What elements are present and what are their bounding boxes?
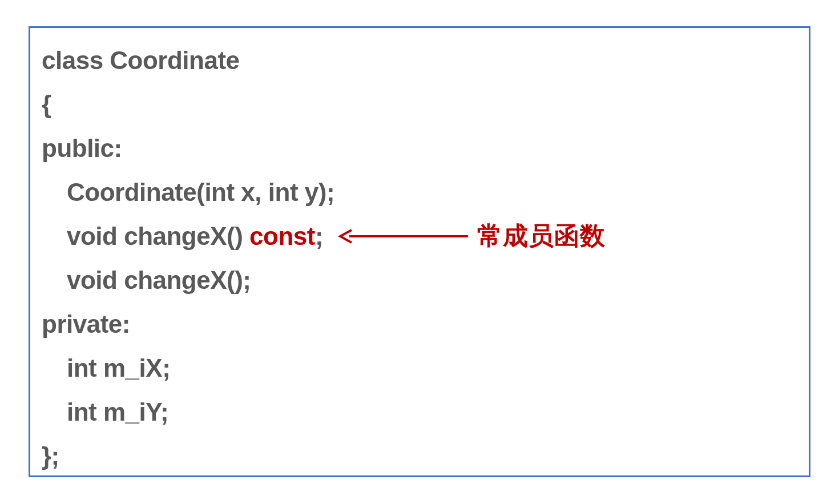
code-prefix: void changeX(): [67, 222, 249, 250]
code-line-public: public:: [42, 126, 797, 170]
code-line-constructor: Coordinate(int x, int y);: [42, 170, 797, 214]
code-snippet-box: class Coordinate { public: Coordinate(in…: [29, 26, 810, 477]
annotation-label: 常成员函数: [477, 219, 606, 253]
code-line-member-x: int m_iX;: [42, 346, 797, 390]
code-line-nonconst-method: void changeX();: [42, 258, 797, 302]
code-line-member-y: int m_iY;: [42, 390, 797, 434]
const-keyword: const: [249, 222, 315, 250]
code-line-class: class Coordinate: [42, 38, 797, 82]
code-line-const-method: void changeX() const;: [42, 214, 323, 258]
annotated-line-row: void changeX() const; 常成员函数: [42, 214, 797, 258]
code-line-close-brace: };: [42, 434, 797, 478]
code-line-open-brace: {: [42, 82, 797, 126]
code-suffix: ;: [315, 222, 323, 250]
arrow-left-icon: [338, 228, 469, 245]
code-line-private: private:: [42, 302, 797, 346]
